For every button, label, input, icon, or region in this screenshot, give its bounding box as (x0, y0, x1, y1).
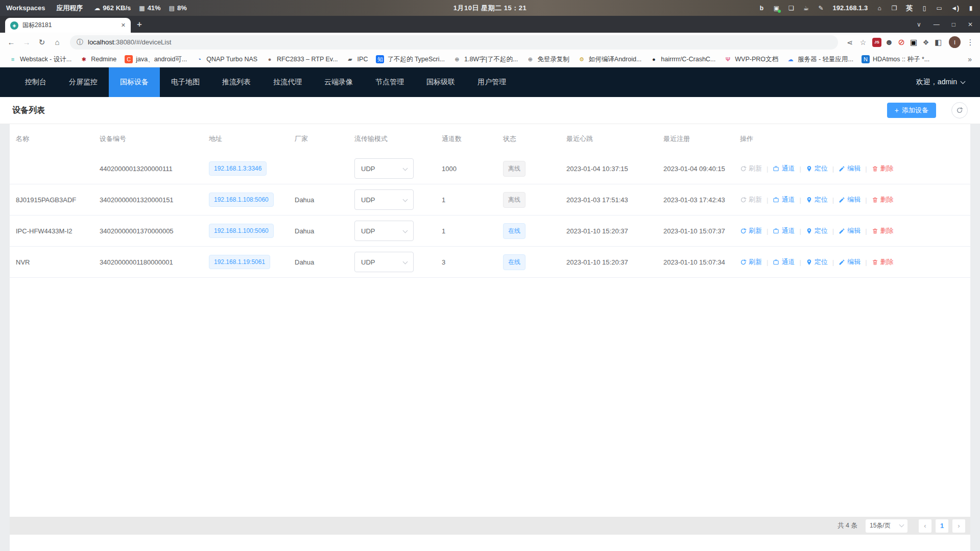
bookmark-item[interactable]: NHDAtmos :: 种子 *... (858, 54, 933, 65)
bookmark-label: QNAP Turbo NAS (206, 56, 257, 63)
bookmark-star-icon[interactable]: ☆ (857, 38, 869, 46)
js-extension-icon[interactable]: JS (872, 38, 881, 47)
new-tab-button[interactable]: + (137, 19, 142, 30)
network-speed-icon: ☁ (94, 5, 100, 12)
bookmark-item[interactable]: ◔QNAP Turbo NAS (192, 54, 261, 65)
locate-action[interactable]: 定位 (806, 257, 828, 267)
nav-item-9[interactable]: 国标级联 (415, 67, 466, 97)
locate-action[interactable]: 定位 (806, 195, 828, 204)
page-size-select[interactable]: 15条/页 (866, 519, 907, 533)
bookmark-item[interactable]: ΨWVP-PRO文档 (720, 54, 782, 65)
volume-icon[interactable]: ◄) (951, 5, 959, 12)
color-picker-icon[interactable]: ✎ (818, 5, 824, 12)
delete-action[interactable]: 删除 (872, 195, 894, 204)
window-switcher-icon[interactable]: ❐ (891, 5, 897, 12)
delete-action[interactable]: 删除 (872, 226, 894, 235)
nav-item-3[interactable]: 国标设备 (109, 67, 160, 97)
share-icon[interactable]: ⋖ (844, 38, 855, 46)
back-button[interactable]: ← (5, 38, 18, 46)
clipboard-icon[interactable]: ❏ (788, 5, 794, 12)
stream-mode-select[interactable]: UDP (354, 158, 414, 179)
bookmark-item[interactable]: Cjava、android可... (121, 54, 190, 65)
home-icon[interactable]: ⌂ (876, 5, 882, 12)
bookmark-item[interactable]: ≡Webstack - 设计... (5, 54, 75, 65)
display-icon[interactable]: ▭ (936, 5, 942, 12)
extensions-puzzle-icon[interactable]: ❖ (921, 38, 930, 47)
nav-item-2[interactable]: 分屏监控 (58, 67, 109, 97)
forward-button[interactable]: → (20, 38, 33, 46)
close-icon[interactable]: ✕ (968, 21, 973, 28)
refresh-device-action[interactable]: 刷新 (740, 226, 762, 235)
locate-action[interactable]: 定位 (806, 226, 828, 235)
add-device-button[interactable]: + 添加设备 (887, 103, 936, 118)
screen-rotate-icon[interactable]: ▯ (921, 5, 927, 12)
workspaces-button[interactable]: Workspaces (6, 4, 45, 12)
ip-address[interactable]: 192.168.1.3 (832, 4, 868, 12)
delete-action[interactable]: 删除 (872, 164, 894, 173)
cell-manufacturer: Dahua (290, 258, 349, 266)
bookmark-item[interactable]: ✱Redmine (76, 54, 120, 65)
user-menu[interactable]: 欢迎，admin (916, 78, 980, 87)
bookmarks-overflow-button[interactable]: » (965, 55, 975, 63)
prev-page-button[interactable]: ‹ (919, 519, 931, 533)
refresh-list-button[interactable] (951, 102, 968, 118)
frame-extension-icon[interactable]: ▣ (909, 38, 918, 47)
refresh-device-action[interactable]: 刷新 (740, 195, 762, 204)
bookmark-item[interactable]: 知了不起的 TypeScri... (372, 54, 448, 65)
edit-action[interactable]: 编辑 (839, 195, 861, 204)
delete-action[interactable]: 删除 (872, 257, 894, 267)
channel-action[interactable]: 通道 (773, 164, 795, 173)
nav-item-10[interactable]: 用户管理 (466, 67, 517, 97)
bookmark-item[interactable]: ⊕1.8W字|了不起的... (449, 54, 521, 65)
input-language-indicator[interactable]: 英 (906, 4, 913, 13)
nav-item-8[interactable]: 节点管理 (364, 67, 415, 97)
minimize-icon[interactable]: — (934, 21, 940, 28)
locate-action[interactable]: 定位 (806, 164, 828, 173)
address-bar[interactable]: ⓘ localhost:38080/#/deviceList (70, 35, 838, 50)
nav-item-1[interactable]: 控制台 (14, 67, 58, 97)
stream-mode-select[interactable]: UDP (354, 252, 414, 272)
incognito-extension-icon[interactable]: ☻ (885, 38, 894, 47)
stream-mode-select[interactable]: UDP (354, 221, 414, 241)
bing-icon[interactable]: b (758, 5, 764, 12)
dark-reader-extension-icon[interactable]: ◧ (934, 38, 943, 47)
profile-avatar[interactable]: I (949, 36, 961, 48)
clock-datetime[interactable]: 1月10日 星期二 15：21 (453, 4, 527, 13)
browser-home-button[interactable]: ⌂ (51, 38, 64, 46)
bookmark-item[interactable]: ●RFC2833 – RTP Ev... (262, 54, 342, 65)
nav-item-7[interactable]: 云端录像 (313, 67, 364, 97)
coffee-icon[interactable]: ☕ (803, 5, 809, 12)
battery-icon[interactable]: ▮ (968, 5, 974, 12)
nav-item-5[interactable]: 推流列表 (211, 67, 262, 97)
channel-action[interactable]: 通道 (773, 226, 795, 235)
screenshot-app-icon[interactable]: ▣ (773, 5, 779, 12)
maximize-icon[interactable]: □ (952, 21, 955, 28)
browser-tab[interactable]: ◈ 国标28181 ✕ (5, 18, 131, 33)
applications-button[interactable]: 应用程序 (56, 4, 83, 13)
refresh-device-action[interactable]: 刷新 (740, 257, 762, 267)
stream-mode-select[interactable]: UDP (354, 189, 414, 210)
edit-action[interactable]: 编辑 (839, 226, 861, 235)
site-info-icon[interactable]: ⓘ (77, 38, 83, 47)
nav-item-4[interactable]: 电子地图 (160, 67, 211, 97)
adblock-extension-icon[interactable]: ⊘ (897, 38, 906, 47)
next-page-button[interactable]: › (952, 519, 965, 533)
nav-item-6[interactable]: 拉流代理 (262, 67, 313, 97)
channel-action[interactable]: 通道 (773, 195, 795, 204)
bookmark-item[interactable]: ▰IPC (343, 54, 372, 65)
location-pin-icon (806, 259, 812, 266)
reload-button[interactable]: ↻ (35, 38, 49, 47)
bookmark-item[interactable]: ⚙如何编译Android... (574, 54, 646, 65)
browser-menu-icon[interactable]: ⋮ (965, 38, 975, 47)
edit-action[interactable]: 编辑 (839, 257, 861, 267)
pagination-bar: 共 4 条 15条/页 ‹ 1 › (10, 517, 970, 535)
bookmark-item[interactable]: ●hairrrrr/C-CrashC... (646, 54, 719, 65)
channel-action[interactable]: 通道 (773, 257, 795, 267)
bookmark-item[interactable]: ⊕免登录复制 (522, 54, 573, 65)
tab-close-icon[interactable]: ✕ (121, 22, 126, 29)
edit-action[interactable]: 编辑 (839, 164, 861, 173)
tab-search-icon[interactable]: ∨ (917, 21, 921, 28)
page-number-button[interactable]: 1 (936, 519, 948, 533)
bookmark-item[interactable]: ☁服务器 - 轻量应用... (783, 54, 857, 65)
refresh-device-action[interactable]: 刷新 (740, 164, 762, 173)
